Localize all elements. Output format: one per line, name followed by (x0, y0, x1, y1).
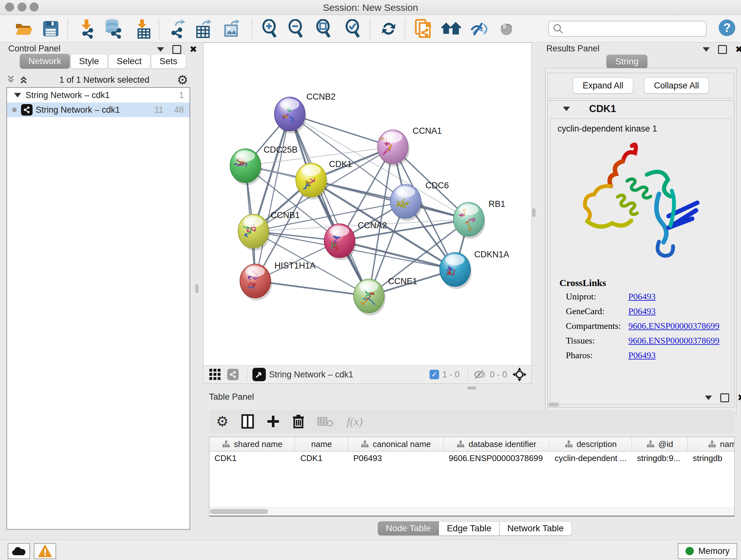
delete-column-icon[interactable] (292, 414, 305, 429)
tab-sets[interactable]: Sets (151, 54, 186, 69)
panel-float-icon[interactable] (718, 45, 727, 54)
hidden-count: 0 - 0 (490, 370, 507, 380)
network-canvas[interactable]: CCNB2CCNA1CDC25BCDK1CDC6RB1CCNB1CCNA2CDK… (203, 43, 532, 366)
warnings-button[interactable] (34, 543, 56, 559)
zoom-out-button[interactable] (285, 19, 307, 39)
tab-network[interactable]: Network (20, 54, 70, 69)
network-node-CCNE1[interactable]: CCNE1 (354, 276, 417, 315)
selected-checkbox-icon[interactable]: ✓ (429, 370, 439, 379)
panel-float-icon[interactable] (172, 45, 181, 54)
column-header--id[interactable]: @id (632, 437, 688, 451)
table-cell[interactable]: 9606.ENSP00000378699 (444, 451, 549, 465)
crosslink-link[interactable]: P06493 (628, 349, 656, 362)
column-header-name[interactable]: name (295, 437, 348, 451)
network-node-CCNA1[interactable]: CCNA1 (378, 126, 442, 166)
table-cell[interactable]: CDK1 (295, 451, 348, 465)
tab-network-table[interactable]: Network Table (499, 521, 572, 536)
table-row[interactable]: CDK1CDK1P064939606.ENSP00000378699cyclin… (209, 451, 734, 465)
network-node-RB1[interactable]: RB1 (454, 199, 506, 239)
add-column-icon[interactable] (267, 415, 280, 428)
zoom-selected-button[interactable] (342, 19, 363, 39)
crosslink-link[interactable]: P06493 (628, 305, 656, 318)
panel-float-icon[interactable] (720, 393, 729, 402)
table-cell[interactable]: stringdb:9... (632, 451, 688, 465)
scrollbar-thumb[interactable] (210, 509, 268, 514)
show-graphics-details-button[interactable] (496, 19, 517, 39)
collapse-all-icon[interactable] (6, 74, 19, 85)
import-network-from-database-button[interactable] (104, 19, 125, 39)
column-header-shared-name[interactable]: shared name (209, 437, 295, 451)
search-input[interactable] (566, 23, 703, 34)
column-header-canonical-name[interactable]: canonical name (348, 437, 444, 451)
crosslink-link[interactable]: 9606.ENSP00000378699 (628, 320, 719, 332)
panel-close-icon[interactable]: ✖ (738, 394, 741, 401)
network-node-CDC6[interactable]: CDC6 (390, 181, 449, 221)
cloud-status-button[interactable] (8, 543, 30, 559)
network-options-gear-icon[interactable]: ⚙ (177, 73, 188, 86)
crosslink-link[interactable]: 9606.ENSP00000378699 (628, 334, 719, 347)
column-header-description[interactable]: description (549, 437, 632, 451)
panel-menu-icon[interactable] (157, 47, 164, 52)
gene-collapse-icon[interactable] (563, 107, 570, 111)
panel-menu-icon[interactable] (705, 395, 712, 400)
crosslink-link[interactable]: P06493 (628, 290, 656, 303)
help-button[interactable]: ? (719, 19, 735, 36)
vertical-splitter-handle[interactable] (532, 208, 536, 217)
column-header-database-identifier[interactable]: database identifier (444, 437, 549, 451)
table-cell[interactable]: cyclin-dependent ... (549, 451, 632, 465)
network-collection-row[interactable]: String Network – cdk1 1 (7, 88, 190, 103)
horizontal-splitter-handle[interactable] (467, 386, 476, 389)
memory-button[interactable]: Memory (678, 543, 737, 559)
column-header-label: name (311, 439, 332, 449)
network-node-CDK1[interactable]: CDK1 (296, 159, 352, 199)
tab-string[interactable]: String (606, 55, 648, 69)
panel-close-icon[interactable]: ✖ (735, 46, 741, 53)
network-view-icon[interactable] (227, 369, 239, 380)
table-options-gear-icon[interactable]: ⚙ (216, 415, 228, 428)
tab-style[interactable]: Style (71, 54, 108, 69)
table-cell[interactable]: CDK1 (209, 451, 295, 465)
expand-all-button[interactable]: Expand All (573, 78, 633, 94)
home-networks-button[interactable] (441, 19, 462, 39)
network-row-selected[interactable]: String Network – cdk1 11 48 (7, 103, 190, 117)
save-session-button[interactable] (40, 19, 61, 39)
tab-edge-table[interactable]: Edge Table (439, 521, 499, 536)
panel-menu-icon[interactable] (703, 47, 710, 52)
column-header-namespace[interactable]: namespace (688, 437, 735, 451)
birds-eye-view-toggle[interactable] (253, 368, 266, 381)
collapse-all-button[interactable]: Collapse All (644, 78, 709, 94)
collection-expand-icon[interactable] (14, 93, 21, 98)
network-node-HIST1H1A[interactable]: HIST1H1A (240, 261, 316, 300)
export-image-button[interactable] (221, 19, 242, 39)
fit-selected-crosshair-icon[interactable] (512, 367, 527, 382)
zoom-fit-button[interactable] (313, 19, 334, 39)
export-table-button[interactable] (193, 19, 214, 39)
network-graph[interactable]: CCNB2CCNA1CDC25BCDK1CDC6RB1CCNB1CCNA2CDK… (204, 43, 531, 365)
import-network-button[interactable] (77, 19, 98, 39)
grid-view-icon[interactable] (209, 368, 221, 381)
network-node-CDKN1A[interactable]: CDKN1A (440, 250, 509, 289)
zoom-in-button[interactable] (259, 19, 280, 39)
network-edge-HIST1H1A-CCNE1[interactable] (255, 281, 369, 296)
network-view-toolbar: String Network – cdk1 ✓ 1 - 0 0 - 0 (203, 365, 532, 384)
string-protein-query-button[interactable] (413, 19, 434, 39)
toolbar-separator (405, 18, 405, 39)
expand-all-icon[interactable] (19, 74, 32, 85)
gray-eye-icon (498, 21, 515, 37)
table-cell[interactable]: P06493 (348, 451, 444, 465)
table-horizontal-scrollbar[interactable] (209, 507, 734, 516)
vertical-splitter-handle[interactable] (195, 284, 199, 293)
table-cell[interactable]: stringdb (688, 451, 735, 465)
panel-close-icon[interactable]: ✖ (190, 46, 197, 53)
export-network-button[interactable] (167, 19, 188, 39)
network-node-CCNB2[interactable]: CCNB2 (274, 92, 336, 133)
tab-select[interactable]: Select (108, 54, 150, 69)
import-table-button[interactable] (133, 19, 154, 39)
show-columns-icon[interactable] (241, 414, 254, 429)
open-session-button[interactable] (13, 19, 35, 39)
enhanced-graphics-toggle-button[interactable] (468, 19, 489, 39)
gene-section-header[interactable]: CDK1 (548, 101, 734, 117)
refresh-button[interactable] (378, 19, 399, 39)
network-node-CDC25B[interactable]: CDC25B (230, 145, 298, 185)
tab-node-table[interactable]: Node Table (378, 521, 439, 536)
